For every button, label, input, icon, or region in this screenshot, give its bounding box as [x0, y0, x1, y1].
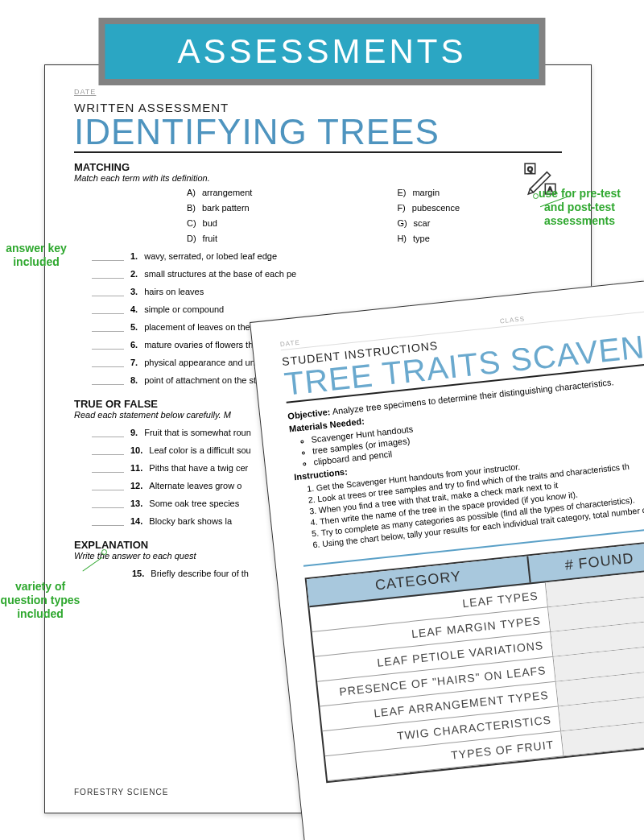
match-letter: G) [397, 218, 407, 228]
q-text: Fruit that is somewhat roun [144, 428, 251, 437]
q-num: 13. [130, 499, 142, 508]
q-text: Piths that have a twig cer [149, 463, 248, 473]
match-text: fruit [203, 234, 217, 243]
q-text: small structures at the base of each pe [144, 269, 296, 279]
annotation-pretest: use for pre-testand post-testassessments [523, 187, 636, 227]
q-text: Alternate leaves grow o [149, 481, 242, 490]
match-letter: D) [187, 234, 196, 243]
q-num: 9. [130, 428, 138, 437]
q-text: Some oak tree species [149, 499, 239, 508]
q-text: Blocky bark shows la [149, 516, 232, 526]
annotation-variety: variety ofquestion typesincluded [0, 580, 80, 620]
matching-head: MATCHING [74, 161, 562, 173]
match-text: bud [203, 218, 217, 228]
match-letter: E) [397, 188, 406, 197]
hdr-date: DATE [280, 339, 301, 349]
q-text: physical appearance and uniqu [144, 358, 266, 367]
q-text: simple or compound [144, 304, 224, 314]
q-num: 14. [130, 516, 142, 526]
match-letter: A) [187, 188, 196, 197]
q-text: Leaf color is a difficult sou [149, 445, 250, 455]
q-text: point of attachment on the ste [144, 375, 261, 385]
date-label: DATE [74, 88, 562, 96]
q-text: hairs on leaves [144, 287, 204, 296]
match-letter: F) [397, 203, 405, 213]
q-num: 11. [130, 463, 142, 473]
q-num: 5. [130, 322, 138, 332]
q-text: Briefly describe four of th [151, 569, 249, 578]
q-num: 10. [130, 445, 142, 455]
match-letter: H) [397, 234, 407, 243]
match-letter: B) [187, 203, 196, 213]
match-text: type [413, 234, 430, 243]
match-text: scar [414, 218, 431, 228]
q-num: 12. [130, 481, 142, 490]
worksheet-page-2: DATE CLASS STUDENT NAME STUDENT INSTRUCT… [250, 263, 644, 840]
match-text: margin [412, 188, 440, 197]
match-text: bark pattern [202, 203, 250, 213]
annotation-answerkey: answer keyincluded [0, 242, 72, 269]
page-title: IDENTIFYING TREES [74, 114, 562, 153]
q-num: 3. [130, 287, 138, 296]
q-num: 15. [132, 569, 144, 578]
svg-text:Q: Q [527, 165, 533, 173]
matching-sub: Match each term with its definition. [74, 173, 562, 183]
match-text: pubescence [412, 203, 460, 213]
matching-options: A)arrangement B)bark pattern C)bud D)fru… [187, 188, 562, 243]
q-num: 7. [130, 358, 138, 367]
badge: ASSESSMENTS [98, 18, 545, 85]
q-num: 4. [130, 304, 138, 314]
footer-text: FORESTRY SCIENCE [74, 788, 168, 797]
q-num: 2. [130, 269, 138, 279]
q-text: wavy, serrated, or lobed leaf edge [144, 251, 277, 261]
badge-label: ASSESSMENTS [105, 24, 539, 79]
match-text: arrangement [202, 188, 252, 197]
q-num: 8. [130, 375, 138, 385]
q-num: 6. [130, 340, 138, 350]
chart-table: CATEGORY # FOUND COMPLETE LEAF TYPES LEA… [305, 525, 644, 783]
hdr-class: CLASS [499, 315, 525, 325]
match-letter: C) [187, 218, 196, 228]
q-num: 1. [130, 251, 138, 261]
